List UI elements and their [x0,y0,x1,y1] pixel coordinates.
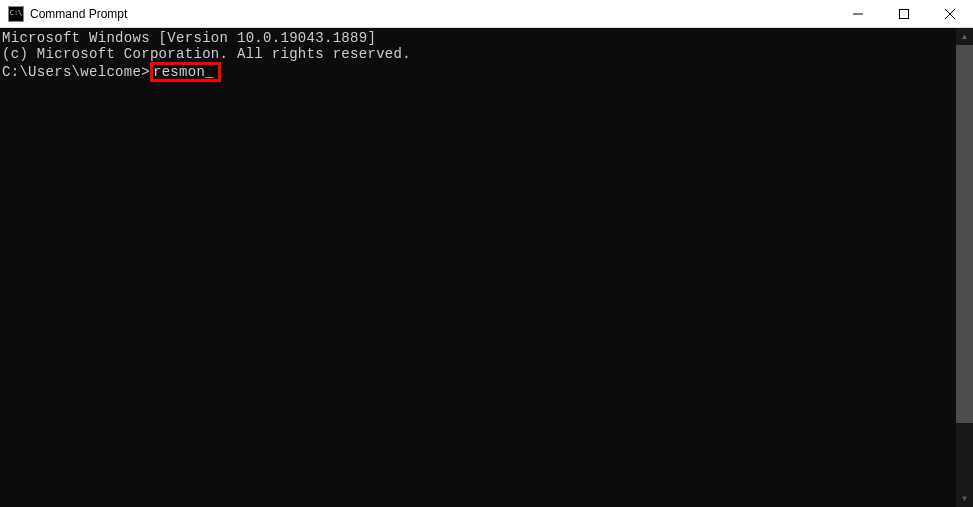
window-controls [835,0,973,27]
prompt-line: C:\Users\welcome>resmon_ [2,62,956,82]
minimize-icon [853,9,863,19]
scroll-track[interactable] [956,45,973,490]
terminal[interactable]: Microsoft Windows [Version 10.0.19043.18… [0,28,956,507]
close-icon [945,9,955,19]
close-button[interactable] [927,0,973,27]
maximize-button[interactable] [881,0,927,27]
window-title: Command Prompt [30,7,127,21]
scroll-up-arrow-icon[interactable]: ▲ [956,28,973,45]
scroll-thumb[interactable] [956,45,973,423]
title-bar[interactable]: C:\ Command Prompt [0,0,973,28]
prompt-path: C:\Users\welcome> [2,64,150,80]
maximize-icon [899,9,909,19]
title-left: C:\ Command Prompt [8,6,127,22]
svg-rect-1 [900,9,909,18]
vertical-scrollbar[interactable]: ▲ ▼ [956,28,973,507]
command-highlight: resmon_ [150,62,221,82]
typed-command: resmon [153,64,205,80]
scroll-down-arrow-icon[interactable]: ▼ [956,490,973,507]
output-line-1: Microsoft Windows [Version 10.0.19043.18… [2,30,956,46]
command-prompt-window: C:\ Command Prompt [0,0,973,507]
content-area: Microsoft Windows [Version 10.0.19043.18… [0,28,973,507]
output-line-2: (c) Microsoft Corporation. All rights re… [2,46,956,62]
cursor-char: _ [205,64,214,80]
cmd-icon-text: C:\ [10,10,23,17]
cmd-icon: C:\ [8,6,24,22]
minimize-button[interactable] [835,0,881,27]
